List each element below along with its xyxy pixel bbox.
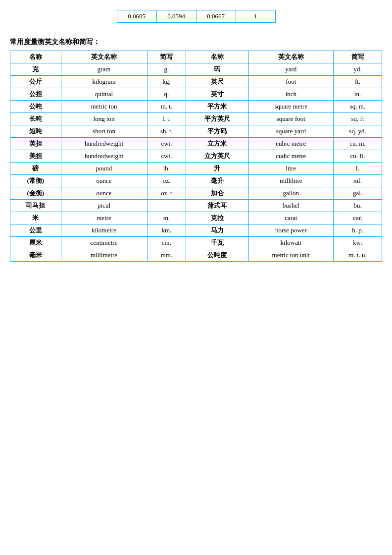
header-abbr-1: 简写 (147, 51, 186, 63)
table-row: 公里kilometrekm.马力horse powerh. p. (10, 224, 382, 237)
cell-zh-name: 公吨 (10, 101, 61, 113)
top-table-row: 0.0605 0.0594 0.0667 1 (117, 10, 275, 23)
cell-en-name: cudic metre (248, 150, 333, 163)
table-row: (常衡)ounceoz.毫升millilitreml. (10, 175, 382, 187)
cell-en-name: pound (61, 163, 147, 175)
top-cell-2: 0.0594 (156, 10, 196, 23)
cell-zh-name: 公斤 (10, 76, 61, 88)
cell-en-name: horse power (248, 224, 333, 237)
cell-abbr: kg. (147, 76, 186, 88)
cell-en-name: long ton (61, 113, 147, 125)
cell-abbr: cm. (147, 237, 186, 249)
header-zh-name-1: 名称 (10, 51, 61, 63)
cell-en-name: inch (248, 88, 333, 101)
cell-en-name: foot (248, 76, 333, 88)
cell-en-name: ounce (61, 175, 147, 187)
cell-en-name: kilowatt (248, 237, 333, 249)
cell-zh-name: 平方米 (186, 101, 248, 113)
cell-en-name: square yard (248, 125, 333, 138)
cell-zh-name: 平方英尺 (186, 113, 248, 125)
section-title: 常用度量衡英文名称和简写： (10, 38, 382, 47)
table-row: 公斤kilogramkg.英尺footft. (10, 76, 382, 88)
cell-abbr: l. (334, 163, 382, 175)
table-row: 米metrem.克拉caratcar. (10, 212, 382, 224)
cell-en-name: kilogram (61, 76, 147, 88)
cell-zh-name: 公里 (10, 224, 61, 237)
table-row: 长吨long tonl. t.平方英尺square footsq. ft (10, 113, 382, 125)
cell-zh-name: 立方米 (186, 138, 248, 150)
cell-en-name: millilitre (248, 175, 333, 187)
cell-zh-name: 升 (186, 163, 248, 175)
cell-abbr: oz. t (147, 187, 186, 200)
cell-abbr: cu. ft. (334, 150, 382, 163)
cell-zh-name: 克拉 (186, 212, 248, 224)
cell-abbr: oz. (147, 175, 186, 187)
cell-en-name: metric ton unit (248, 249, 333, 262)
table-row: 公吨metric tonm. t.平方米square metresq. m. (10, 101, 382, 113)
cell-zh-name: 平方码 (186, 125, 248, 138)
top-table-container: 0.0605 0.0594 0.0667 1 (10, 10, 382, 23)
cell-zh-name: 码 (186, 63, 248, 76)
main-measurement-table: 名称 英文名称 简写 名称 英文名称 简写 克gramg.码yardyd.公斤k… (10, 51, 382, 262)
cell-en-name: litre (248, 163, 333, 175)
header-en-name-2: 英文名称 (248, 51, 333, 63)
cell-en-name: carat (248, 212, 333, 224)
cell-zh-name: 毫升 (186, 175, 248, 187)
cell-zh-name: 英担 (10, 138, 61, 150)
cell-abbr: h. p. (334, 224, 382, 237)
cell-abbr: q. (147, 88, 186, 101)
top-cell-3: 0.0667 (196, 10, 236, 23)
cell-zh-name: 短吨 (10, 125, 61, 138)
cell-en-name: bushel (248, 200, 333, 212)
cell-abbr: car. (334, 212, 382, 224)
cell-zh-name: 磅 (10, 163, 61, 175)
cell-abbr: ft. (334, 76, 382, 88)
cell-en-name: gram (61, 63, 147, 76)
top-table: 0.0605 0.0594 0.0667 1 (117, 10, 276, 23)
cell-en-name: picul (61, 200, 147, 212)
table-row: 厘米centimetrecm.千瓦kilowattkw. (10, 237, 382, 249)
cell-zh-name: 马力 (186, 224, 248, 237)
table-row: 英担hundredweightcwt.立方米cubic metrecu. m. (10, 138, 382, 150)
cell-zh-name: 立方英尺 (186, 150, 248, 163)
cell-abbr: sq. ft (334, 113, 382, 125)
table-row: 短吨short tonsh. t.平方码square yardsq. yd. (10, 125, 382, 138)
cell-en-name: square metre (248, 101, 333, 113)
cell-zh-name: 厘米 (10, 237, 61, 249)
header-abbr-2: 简写 (334, 51, 382, 63)
cell-abbr: ml. (334, 175, 382, 187)
cell-zh-name: (常衡) (10, 175, 61, 187)
cell-abbr: sh. t. (147, 125, 186, 138)
cell-zh-name: 公担 (10, 88, 61, 101)
cell-en-name: quintal (61, 88, 147, 101)
cell-en-name: ounce (61, 187, 147, 200)
cell-zh-name: 千瓦 (186, 237, 248, 249)
cell-en-name: kilometre (61, 224, 147, 237)
cell-abbr: sq. m. (334, 101, 382, 113)
top-cell-4: 1 (236, 10, 275, 23)
cell-en-name: metre (61, 212, 147, 224)
cell-abbr: m. t. (147, 101, 186, 113)
header-zh-name-2: 名称 (186, 51, 248, 63)
cell-zh-name: 英尺 (186, 76, 248, 88)
cell-zh-name: 蒲式耳 (186, 200, 248, 212)
cell-zh-name: 司马担 (10, 200, 61, 212)
cell-abbr: m. t. u. (334, 249, 382, 262)
table-header-row: 名称 英文名称 简写 名称 英文名称 简写 (10, 51, 382, 63)
cell-zh-name: (金衡) (10, 187, 61, 200)
cell-zh-name: 米 (10, 212, 61, 224)
cell-abbr: cu. m. (334, 138, 382, 150)
cell-abbr: yd. (334, 63, 382, 76)
cell-en-name: centimetre (61, 237, 147, 249)
cell-zh-name: 毫米 (10, 249, 61, 262)
cell-en-name: yard (248, 63, 333, 76)
cell-en-name: millimetre (61, 249, 147, 262)
table-row: (金衡)ounceoz. t加仑gallongal. (10, 187, 382, 200)
cell-zh-name: 克 (10, 63, 61, 76)
cell-zh-name: 长吨 (10, 113, 61, 125)
table-row: 公担quintalq.英寸inchin. (10, 88, 382, 101)
cell-abbr: lb. (147, 163, 186, 175)
cell-zh-name: 加仑 (186, 187, 248, 200)
cell-en-name: square foot (248, 113, 333, 125)
table-row: 克gramg.码yardyd. (10, 63, 382, 76)
